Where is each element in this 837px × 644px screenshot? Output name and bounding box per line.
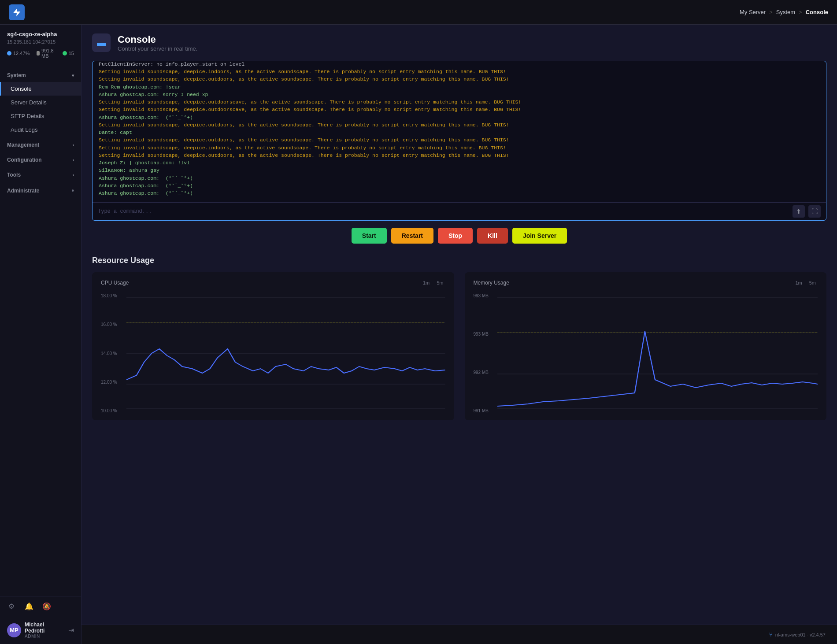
memory-time-controls: 1m 5m [793, 279, 818, 286]
page-header: ▬ Console Control your server in real ti… [92, 33, 826, 52]
console-line: Ashura ghostcap.com: (°˘`_˘°+) [99, 174, 820, 182]
system-arrow [72, 73, 74, 78]
nav-section-tools-header[interactable]: Tools [0, 168, 81, 181]
cpu-time-controls: 1m 5m [421, 279, 445, 286]
mem-y1: 993 MB [474, 293, 496, 298]
user-details: Michael Pedrotti ADMIN [25, 622, 65, 639]
memory-chart-area: 993 MB 993 MB 992 MB 991 MB [474, 292, 818, 415]
memory-y-labels: 993 MB 993 MB 992 MB 991 MB [474, 292, 496, 415]
join-server-button[interactable]: Join Server [512, 228, 567, 244]
alert-icon[interactable]: 🔔 [25, 602, 33, 611]
server-fork-icon: ⑂ [769, 631, 773, 638]
fullscreen-icon[interactable]: ⛶ [808, 205, 821, 218]
players-icon [63, 51, 67, 56]
breadcrumb: My Server > System > Console [740, 9, 828, 15]
page-title: Console [118, 34, 197, 45]
console-icon-glyph: ▬ [97, 38, 106, 48]
cpu-icon [7, 51, 11, 56]
disk-stat: 991.8 MB [37, 48, 55, 59]
cpu-5m-btn[interactable]: 5m [435, 279, 445, 286]
sidebar-item-server-details[interactable]: Server Details [0, 96, 81, 109]
sidebar-item-sftp[interactable]: SFTP Details [0, 109, 81, 123]
memory-chart-header: Memory Usage 1m 5m [474, 279, 818, 286]
console-line: Setting invalid soundscape, deepice.indo… [99, 144, 820, 152]
server-stats: 12.47% 991.8 MB 15 [7, 48, 74, 59]
console-nav-label: Console [11, 85, 32, 92]
status-bar: ⑂ nl-ams-web01 · v2.4.57 [81, 625, 837, 644]
nav-section-management: Management [0, 138, 81, 152]
user-info: MP Michael Pedrotti ADMIN ⇥ [0, 616, 81, 644]
administrate-label: Administrate [7, 188, 39, 194]
gear-icon[interactable]: ⚙ [7, 602, 16, 611]
logout-icon[interactable]: ⇥ [68, 626, 74, 634]
nav-section-tools: Tools [0, 168, 81, 181]
nav-section-configuration: Configuration [0, 153, 81, 167]
memory-chart-svg-wrapper [497, 292, 818, 415]
memory-chart-title: Memory Usage [474, 280, 509, 286]
nav-section-config-header[interactable]: Configuration [0, 153, 81, 167]
breadcrumb-server[interactable]: My Server [740, 9, 766, 15]
console-line: PutClientInServer: no info_player_start … [99, 61, 820, 68]
config-arrow [73, 158, 74, 163]
nav-section-admin-header[interactable]: Administrate • [0, 183, 81, 198]
console-line: Ashura ghostcap.com: (°˘`_˘°+) [99, 182, 820, 189]
console-container: Setting invalid soundscape, deepice.indo… [92, 61, 826, 221]
nav-section-system-header[interactable]: System [0, 69, 81, 82]
bell-icon[interactable]: 🔕 [42, 602, 51, 611]
nav-section-management-header[interactable]: Management [0, 138, 81, 152]
console-line: Setting invalid soundscape, deepice.outd… [99, 152, 820, 159]
memory-1m-btn[interactable]: 1m [793, 279, 804, 286]
user-name: Michael Pedrotti [25, 622, 65, 634]
players-value: 15 [69, 51, 74, 56]
server-name: sg4-csgo-ze-alpha [7, 31, 74, 37]
sidebar: sg4-csgo-ze-alpha 15.235.181.104:27015 1… [0, 25, 81, 644]
console-line: Rem Rem ghostcap.com: !scar [99, 83, 820, 91]
cpu-y5: 10.00 % [101, 408, 125, 413]
breadcrumb-section[interactable]: System [776, 9, 795, 15]
app-logo[interactable] [9, 4, 25, 20]
console-output[interactable]: Setting invalid soundscape, deepice.indo… [93, 61, 826, 202]
console-input-row: ⬆ ⛶ [93, 202, 826, 220]
memory-chart-card: Memory Usage 1m 5m 993 MB 993 MB 992 MB [465, 272, 827, 420]
start-button[interactable]: Start [352, 228, 387, 244]
sidebar-footer-icons: ⚙ 🔔 🔕 [0, 596, 81, 616]
status-version: ⑂ nl-ams-web01 · v2.4.57 [769, 631, 826, 638]
upload-icon[interactable]: ⬆ [793, 205, 805, 218]
main-content: ▬ Console Control your server in real ti… [81, 25, 837, 625]
management-label: Management [7, 142, 39, 148]
server-ip: 15.235.181.104:27015 [7, 39, 74, 44]
server-details-label: Server Details [11, 99, 47, 106]
nav-section-system: System Console Server Details SFTP Detai… [0, 69, 81, 137]
console-line: Dante: capt [99, 129, 820, 136]
console-line: Setting invalid soundscape, deepice.outd… [99, 136, 820, 144]
sftp-label: SFTP Details [11, 113, 44, 119]
memory-5m-btn[interactable]: 5m [807, 279, 818, 286]
sidebar-item-console[interactable]: Console [0, 82, 81, 96]
cpu-1m-btn[interactable]: 1m [421, 279, 431, 286]
console-line: Setting invalid soundscape, deepice.outd… [99, 121, 820, 129]
console-action-btns: ⬆ ⛶ [793, 203, 821, 220]
page-subtitle: Control your server in real time. [118, 45, 197, 52]
kill-button[interactable]: Kill [477, 228, 508, 244]
console-line: Setting invalid soundscape, deepice.indo… [99, 68, 820, 75]
resource-section: Resource Usage CPU Usage 1m 5m [92, 256, 826, 420]
cpu-y-labels: 18.00 % 16.00 % 14.00 % 12.00 % 10.00 % [101, 292, 125, 415]
admin-dot: • [71, 187, 74, 195]
server-node: nl-ams-web01 · v2.4.57 [775, 632, 826, 637]
breadcrumb-sep1: > [769, 9, 773, 15]
avatar: MP [7, 623, 21, 637]
console-line: SilKaNoN: ashura gay [99, 167, 820, 174]
console-line: Ashura ghostcap.com: sorry I need xp [99, 91, 820, 98]
mem-y2: 993 MB [474, 332, 496, 337]
disk-value: 991.8 MB [41, 48, 56, 59]
server-info: sg4-csgo-ze-alpha 15.235.181.104:27015 1… [0, 25, 81, 65]
sidebar-item-audit[interactable]: Audit Logs [0, 123, 81, 137]
management-arrow [73, 143, 74, 148]
console-input[interactable] [98, 204, 793, 219]
memory-chart-svg [497, 292, 818, 415]
restart-button[interactable]: Restart [391, 228, 433, 244]
cpu-chart-svg-wrapper [126, 292, 445, 415]
stop-button[interactable]: Stop [438, 228, 473, 244]
page-title-block: Console Control your server in real time… [118, 34, 197, 52]
topbar: My Server > System > Console [0, 0, 837, 25]
